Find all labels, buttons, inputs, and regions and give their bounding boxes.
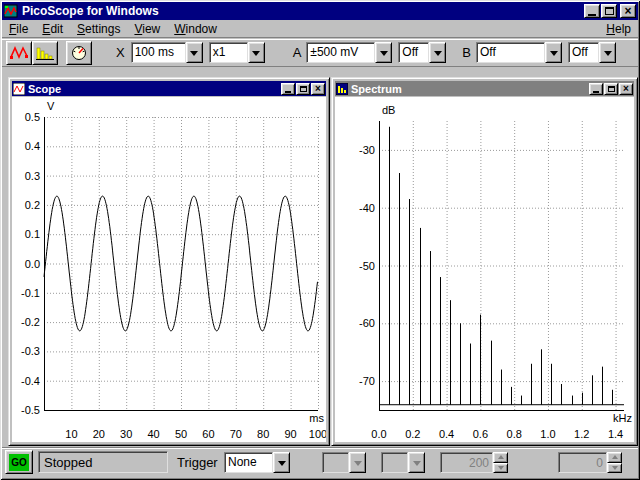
scope-window: Scope × 1020304050607080901000.50.40.30.… bbox=[8, 77, 330, 446]
scope-maximize-button[interactable] bbox=[296, 83, 310, 95]
svg-text:-40: -40 bbox=[359, 202, 375, 214]
status-text: Stopped bbox=[38, 451, 168, 473]
trigger-label: Trigger bbox=[177, 455, 218, 470]
menu-bar: FileEditSettingsViewWindow Help bbox=[2, 20, 638, 38]
svg-text:ms: ms bbox=[309, 412, 324, 424]
svg-text:0.0: 0.0 bbox=[371, 428, 386, 440]
channel-b-range-dropdown-button[interactable] bbox=[545, 42, 562, 63]
delay-up-button bbox=[607, 452, 622, 463]
go-button-label: GO bbox=[9, 454, 29, 471]
scope-window-icon bbox=[13, 83, 25, 95]
channel-a-range-select[interactable]: ±500 mV bbox=[306, 42, 392, 63]
scope-view-button[interactable] bbox=[6, 41, 32, 65]
svg-text:-0.4: -0.4 bbox=[21, 375, 40, 387]
svg-text:0.4: 0.4 bbox=[25, 140, 40, 152]
channel-b-range-value: Off bbox=[476, 42, 545, 63]
svg-text:0.0: 0.0 bbox=[25, 258, 40, 270]
threshold-down-button bbox=[493, 463, 508, 474]
channel-a-mode-value: Off bbox=[398, 42, 429, 63]
toolbar: X 100 ms x1 A ±500 mV Off B Off Off bbox=[2, 39, 638, 67]
trigger-delay-spinner: 0 bbox=[558, 452, 622, 473]
svg-text:0.2: 0.2 bbox=[25, 199, 40, 211]
svg-text:60: 60 bbox=[202, 428, 214, 440]
menu-item-file[interactable]: File bbox=[2, 20, 35, 38]
spectrum-view-button[interactable] bbox=[32, 41, 58, 65]
svg-text:1.2: 1.2 bbox=[574, 428, 589, 440]
go-button[interactable]: GO bbox=[5, 450, 33, 474]
spectrum-chart: 0.00.20.40.60.81.01.21.4-30-40-50-60-70d… bbox=[335, 97, 634, 442]
delay-down-button bbox=[607, 463, 622, 474]
scope-chart: 1020304050607080901000.50.40.30.20.10.0-… bbox=[12, 97, 326, 442]
trigger-channel-value bbox=[322, 452, 349, 473]
spectrum-window: Spectrum × 0.00.20.40.60.81.01.21.4-30-4… bbox=[331, 77, 638, 446]
svg-text:50: 50 bbox=[175, 428, 187, 440]
spectrum-close-button[interactable]: × bbox=[619, 83, 633, 95]
minimize-button[interactable] bbox=[584, 4, 600, 18]
channel-b-range-select[interactable]: Off bbox=[476, 42, 562, 63]
menu-item-edit[interactable]: Edit bbox=[35, 20, 70, 38]
threshold-up-button bbox=[493, 452, 508, 463]
channel-a-mode-dropdown-button[interactable] bbox=[429, 42, 446, 63]
meter-dial-icon bbox=[70, 45, 88, 61]
mdi-area: Scope × 1020304050607080901000.50.40.30.… bbox=[2, 68, 638, 447]
svg-text:10: 10 bbox=[65, 428, 77, 440]
svg-text:0.5: 0.5 bbox=[25, 111, 40, 123]
close-button[interactable]: × bbox=[620, 4, 636, 18]
timebase-dropdown-button[interactable] bbox=[186, 42, 203, 63]
scope-close-button[interactable]: × bbox=[311, 83, 325, 95]
meter-view-button[interactable] bbox=[66, 41, 92, 65]
svg-text:80: 80 bbox=[257, 428, 269, 440]
svg-text:0.4: 0.4 bbox=[439, 428, 454, 440]
spectrum-window-title: Spectrum bbox=[351, 83, 588, 95]
trigger-mode-dropdown-button[interactable] bbox=[273, 452, 290, 473]
menu-items: FileEditSettingsViewWindow bbox=[2, 20, 224, 38]
svg-text:-0.2: -0.2 bbox=[21, 316, 40, 328]
maximize-button[interactable] bbox=[601, 4, 617, 18]
menu-item-window[interactable]: Window bbox=[167, 20, 224, 38]
channel-b-mode-dropdown-button[interactable] bbox=[599, 42, 616, 63]
menu-item-settings[interactable]: Settings bbox=[70, 20, 127, 38]
trigger-threshold-spinner: 200 bbox=[440, 452, 508, 473]
svg-text:0.8: 0.8 bbox=[507, 428, 522, 440]
titlebar: PicoScope for Windows × bbox=[2, 2, 638, 20]
spectrum-maximize-button[interactable] bbox=[604, 83, 618, 95]
svg-text:-0.5: -0.5 bbox=[21, 404, 40, 416]
svg-text:40: 40 bbox=[147, 428, 159, 440]
spectrum-minimize-button[interactable] bbox=[589, 83, 603, 95]
menu-item-view[interactable]: View bbox=[127, 20, 167, 38]
scope-trace-icon bbox=[10, 45, 28, 61]
channel-a-range-value: ±500 mV bbox=[306, 42, 375, 63]
channel-b-mode-select[interactable]: Off bbox=[568, 42, 616, 63]
svg-text:30: 30 bbox=[120, 428, 132, 440]
multiplier-dropdown-button[interactable] bbox=[248, 42, 265, 63]
trigger-delay-value: 0 bbox=[558, 452, 607, 473]
scope-window-title: Scope bbox=[28, 83, 280, 95]
timebase-select[interactable]: 100 ms bbox=[131, 42, 203, 63]
svg-text:dB: dB bbox=[382, 104, 395, 116]
picoscope-app-window: PicoScope for Windows × FileEditSettings… bbox=[0, 0, 640, 480]
svg-text:70: 70 bbox=[230, 428, 242, 440]
scope-chart-svg: 1020304050607080901000.50.40.30.20.10.0-… bbox=[12, 97, 326, 442]
scope-window-titlebar[interactable]: Scope × bbox=[12, 81, 326, 96]
svg-text:100: 100 bbox=[309, 428, 326, 440]
channel-a-label: A bbox=[293, 45, 302, 60]
timebase-value: 100 ms bbox=[131, 42, 186, 63]
svg-text:90: 90 bbox=[284, 428, 296, 440]
scope-minimize-button[interactable] bbox=[281, 83, 295, 95]
trigger-direction-select bbox=[381, 452, 425, 473]
trigger-channel-select bbox=[322, 452, 366, 473]
svg-text:-0.1: -0.1 bbox=[21, 287, 40, 299]
spectrum-chart-svg: 0.00.20.40.60.81.01.21.4-30-40-50-60-70d… bbox=[335, 97, 634, 442]
channel-a-range-dropdown-button[interactable] bbox=[375, 42, 392, 63]
svg-text:1.4: 1.4 bbox=[608, 428, 623, 440]
multiplier-select[interactable]: x1 bbox=[209, 42, 265, 63]
svg-text:-50: -50 bbox=[359, 260, 375, 272]
menu-item-help[interactable]: Help bbox=[599, 20, 638, 38]
trigger-threshold-value: 200 bbox=[440, 452, 493, 473]
svg-text:-70: -70 bbox=[359, 375, 375, 387]
channel-a-mode-select[interactable]: Off bbox=[398, 42, 446, 63]
trigger-mode-select[interactable]: None bbox=[224, 452, 290, 473]
spectrum-window-titlebar[interactable]: Spectrum × bbox=[335, 81, 634, 96]
svg-text:1.0: 1.0 bbox=[540, 428, 555, 440]
svg-text:0.3: 0.3 bbox=[25, 170, 40, 182]
